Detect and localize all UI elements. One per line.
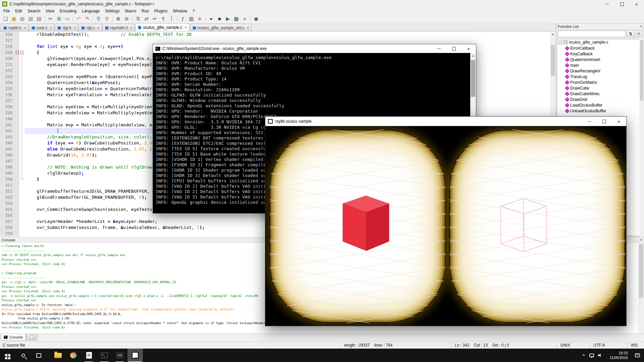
bookmark-margin[interactable] [15,194,19,200]
close-tab-icon[interactable]: × [185,25,187,29]
redo-icon[interactable]: ↷ [83,15,91,22]
scroll-up-icon[interactable]: ▲ [550,32,556,37]
bookmark-margin[interactable] [15,74,19,80]
start-button[interactable] [0,349,15,362]
cut-icon[interactable]: ✂ [47,15,54,22]
menu-language[interactable]: Language [79,8,102,14]
fold-margin[interactable] [19,182,25,188]
document-map-icon[interactable]: ▥ [187,15,195,22]
close-tab-icon[interactable]: × [73,26,76,30]
function-list-header[interactable]: Function List × [556,23,644,29]
menu-help[interactable]: ? [190,8,198,14]
function-list-item[interactable]: KeyCallback [557,51,643,57]
maximize-button[interactable] [446,44,461,53]
fold-margin[interactable] [19,213,25,219]
fold-margin[interactable] [19,80,25,86]
bookmark-margin[interactable] [15,225,19,231]
document-switcher-icon[interactable]: ≡ [196,15,204,22]
raylib-titlebar[interactable]: raylib oculus sample × [265,117,626,126]
bookmark-margin[interactable] [15,50,19,56]
taskbar-clock[interactable]: 19:15 11/05/2016 [604,349,631,362]
scroll-up-icon[interactable]: ▲ [470,53,476,59]
fold-margin[interactable] [19,194,25,200]
volume-icon[interactable] [596,349,604,362]
zoom-out-icon[interactable]: ⊖ [123,15,130,22]
function-list-icon[interactable]: ƒ [179,15,187,22]
tab-raymath.h[interactable]: raymath.h× [102,24,135,31]
bookmark-margin[interactable] [15,68,19,74]
close-tab-icon[interactable]: × [247,26,249,30]
tab-oculus_glfw_sample_old.c[interactable]: oculus_glfw_sample_old.c× [190,24,252,31]
menu-edit[interactable]: Edit [12,8,25,14]
bookmark-margin[interactable] [15,32,19,38]
minimize-button[interactable] [582,117,597,126]
new-file-icon[interactable]: ❏ [2,15,9,22]
bookmark-margin[interactable] [15,213,19,219]
bookmark-margin[interactable] [15,200,19,206]
maximize-button[interactable] [597,117,611,126]
code-line[interactable]: 327 [0,38,550,44]
bookmark-margin[interactable] [15,140,19,146]
fold-margin[interactable] [19,164,25,170]
cmd-titlebar[interactable]: C:\Windows\System32\cmd.exe - oculus_glf… [153,44,476,53]
fold-margin[interactable] [19,98,25,104]
replace-icon[interactable]: ⚲ [103,15,111,22]
function-list-scroll-thumb[interactable] [640,40,643,101]
collapse-icon[interactable] [558,41,562,44]
code-line[interactable]: 326 rlEnableDepthTest(); // Enable DEPTH… [0,32,550,38]
menu-settings[interactable]: Settings [102,8,122,14]
close-tab-icon[interactable]: × [50,26,52,30]
menu-macro[interactable]: Macro [122,8,139,14]
bookmark-margin[interactable] [15,86,19,92]
fold-margin[interactable] [19,122,25,128]
bookmark-margin[interactable] [15,38,19,44]
menu-run[interactable]: Run [139,8,152,14]
command-prompt-taskbar-button[interactable] [97,349,112,362]
bookmark-margin[interactable] [15,231,19,237]
close-panel-icon[interactable]: × [640,24,642,29]
close-console-icon[interactable]: × [640,238,642,242]
function-list-root[interactable]: oculus_glfw_sample.c [557,39,643,45]
run-macro-multiple-icon[interactable]: » [241,15,249,22]
fold-margin[interactable] [19,134,25,140]
fold-margin[interactable] [19,38,25,44]
close-button[interactable]: × [629,0,644,8]
fold-margin[interactable] [19,128,25,134]
function-list-item[interactable]: main [557,62,643,68]
tab-console[interactable]: Console [1,334,26,341]
tab-oculus_glfw_sample.c[interactable]: oculus_glfw_sample.c× [135,23,189,31]
print-icon[interactable]: ▤ [35,15,43,22]
function-list-item[interactable]: DrawCube [557,85,643,91]
console-scrollbar[interactable] [638,243,644,334]
npp-titlebar[interactable]: N C:\raylib\raylib\examples\oculus_glfw_… [0,0,644,8]
fold-margin[interactable] [19,116,25,122]
bookmark-margin[interactable] [15,134,19,140]
fold-margin[interactable] [19,146,25,152]
menu-view[interactable]: View [43,8,57,14]
paste-icon[interactable]: ▭ [63,15,71,22]
close-tab-icon[interactable]: × [24,26,26,30]
fold-margin[interactable] [19,32,25,38]
bookmark-margin[interactable] [15,122,19,128]
save-all-icon[interactable]: ▩ [27,15,35,22]
tab-raylib.h[interactable]: raylib.h× [1,24,29,31]
minimize-button[interactable] [432,44,446,53]
close-button[interactable]: × [461,44,476,53]
fold-margin[interactable] [19,152,25,158]
minimize-button[interactable] [600,0,614,8]
fold-margin[interactable] [19,158,25,164]
close-button[interactable]: × [611,117,626,126]
fold-margin[interactable] [19,74,25,80]
fold-margin[interactable] [19,170,25,176]
bookmark-margin[interactable] [15,110,19,116]
undo-icon[interactable]: ↶ [75,15,83,22]
function-list-item[interactable]: TraceLog [557,74,643,79]
fold-margin[interactable] [19,188,25,194]
stop-macro-icon[interactable]: ■ [216,15,223,22]
console-scroll-thumb[interactable] [639,244,643,298]
bookmark-margin[interactable] [15,92,19,98]
bookmark-margin[interactable] [15,170,19,176]
menu-plugins[interactable]: Plugins [152,8,170,14]
editor-scroll-thumb[interactable] [551,45,555,76]
bookmark-margin[interactable] [15,116,19,122]
